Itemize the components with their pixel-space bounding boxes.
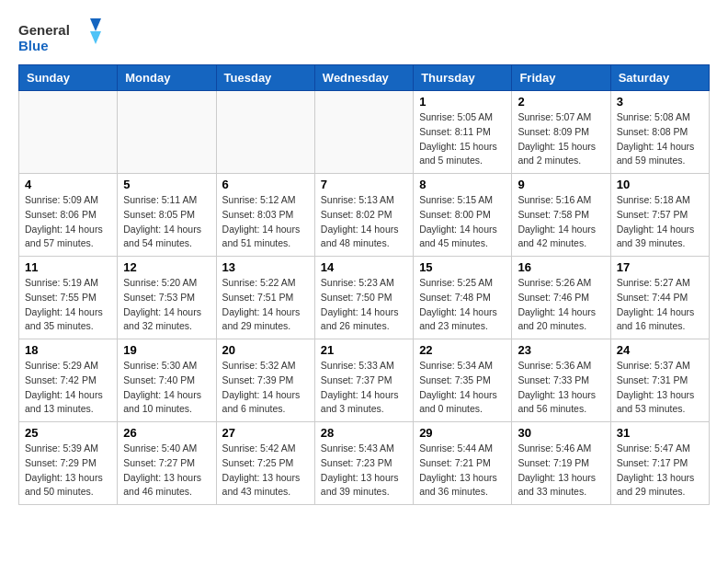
weekday-header: Tuesday: [216, 65, 314, 91]
calendar-week-row: 4Sunrise: 5:09 AMSunset: 8:06 PMDaylight…: [19, 174, 710, 257]
calendar-cell: 26Sunrise: 5:40 AMSunset: 7:27 PMDayligh…: [118, 422, 216, 505]
calendar-cell: [216, 91, 314, 174]
calendar-cell: 8Sunrise: 5:15 AMSunset: 8:00 PMDaylight…: [414, 174, 512, 257]
svg-marker-2: [90, 18, 101, 31]
day-info: Sunrise: 5:05 AMSunset: 8:11 PMDaylight:…: [419, 110, 506, 168]
day-info: Sunrise: 5:33 AMSunset: 7:37 PMDaylight:…: [321, 359, 407, 417]
day-info: Sunrise: 5:12 AMSunset: 8:03 PMDaylight:…: [222, 193, 309, 251]
day-info: Sunrise: 5:44 AMSunset: 7:21 PMDaylight:…: [419, 442, 506, 500]
day-info: Sunrise: 5:34 AMSunset: 7:35 PMDaylight:…: [419, 359, 506, 417]
calendar-cell: 2Sunrise: 5:07 AMSunset: 8:09 PMDaylight…: [512, 91, 610, 174]
day-number: 18: [25, 343, 111, 357]
day-number: 5: [123, 178, 210, 191]
day-number: 6: [222, 178, 309, 191]
day-number: 20: [222, 343, 309, 357]
day-number: 14: [321, 260, 407, 274]
calendar-cell: [19, 91, 118, 174]
day-number: 15: [419, 260, 506, 274]
page-header: General Blue: [18, 18, 710, 55]
day-info: Sunrise: 5:11 AMSunset: 8:05 PMDaylight:…: [123, 193, 210, 251]
calendar-cell: 11Sunrise: 5:19 AMSunset: 7:55 PMDayligh…: [19, 257, 118, 339]
calendar-cell: 23Sunrise: 5:36 AMSunset: 7:33 PMDayligh…: [512, 339, 610, 422]
calendar-cell: 15Sunrise: 5:25 AMSunset: 7:48 PMDayligh…: [414, 257, 512, 339]
svg-marker-3: [90, 31, 101, 44]
logo: General Blue: [18, 18, 101, 55]
calendar-cell: 20Sunrise: 5:32 AMSunset: 7:39 PMDayligh…: [216, 339, 314, 422]
calendar-header-row: SundayMondayTuesdayWednesdayThursdayFrid…: [19, 65, 710, 91]
day-info: Sunrise: 5:39 AMSunset: 7:29 PMDaylight:…: [25, 442, 111, 500]
svg-text:Blue: Blue: [18, 38, 49, 53]
calendar-cell: 10Sunrise: 5:18 AMSunset: 7:57 PMDayligh…: [610, 174, 709, 257]
calendar-week-row: 11Sunrise: 5:19 AMSunset: 7:55 PMDayligh…: [19, 257, 710, 339]
day-info: Sunrise: 5:32 AMSunset: 7:39 PMDaylight:…: [222, 359, 309, 417]
calendar-cell: 22Sunrise: 5:34 AMSunset: 7:35 PMDayligh…: [414, 339, 512, 422]
day-number: 24: [617, 343, 703, 357]
weekday-header: Monday: [118, 65, 216, 91]
day-number: 16: [518, 260, 604, 274]
day-info: Sunrise: 5:30 AMSunset: 7:40 PMDaylight:…: [123, 359, 210, 417]
calendar-cell: 19Sunrise: 5:30 AMSunset: 7:40 PMDayligh…: [118, 339, 216, 422]
calendar-cell: 9Sunrise: 5:16 AMSunset: 7:58 PMDaylight…: [512, 174, 610, 257]
calendar-cell: [314, 91, 413, 174]
calendar-cell: 4Sunrise: 5:09 AMSunset: 8:06 PMDaylight…: [19, 174, 118, 257]
day-number: 19: [123, 343, 210, 357]
calendar-cell: 3Sunrise: 5:08 AMSunset: 8:08 PMDaylight…: [610, 91, 709, 174]
calendar-table: SundayMondayTuesdayWednesdayThursdayFrid…: [18, 64, 710, 505]
day-info: Sunrise: 5:37 AMSunset: 7:31 PMDaylight:…: [617, 359, 703, 417]
calendar-cell: 12Sunrise: 5:20 AMSunset: 7:53 PMDayligh…: [118, 257, 216, 339]
day-number: 31: [617, 426, 703, 440]
weekday-header: Wednesday: [314, 65, 413, 91]
day-number: 3: [617, 95, 703, 109]
calendar-cell: [118, 91, 216, 174]
calendar-cell: 14Sunrise: 5:23 AMSunset: 7:50 PMDayligh…: [314, 257, 413, 339]
calendar-cell: 18Sunrise: 5:29 AMSunset: 7:42 PMDayligh…: [19, 339, 118, 422]
day-info: Sunrise: 5:29 AMSunset: 7:42 PMDaylight:…: [25, 359, 111, 417]
calendar-cell: 13Sunrise: 5:22 AMSunset: 7:51 PMDayligh…: [216, 257, 314, 339]
day-number: 29: [419, 426, 506, 440]
calendar-cell: 21Sunrise: 5:33 AMSunset: 7:37 PMDayligh…: [314, 339, 413, 422]
day-info: Sunrise: 5:15 AMSunset: 8:00 PMDaylight:…: [419, 193, 506, 251]
day-number: 26: [123, 426, 210, 440]
day-number: 13: [222, 260, 309, 274]
day-number: 4: [25, 178, 111, 191]
day-info: Sunrise: 5:43 AMSunset: 7:23 PMDaylight:…: [321, 442, 407, 500]
calendar-cell: 28Sunrise: 5:43 AMSunset: 7:23 PMDayligh…: [314, 422, 413, 505]
calendar-cell: 27Sunrise: 5:42 AMSunset: 7:25 PMDayligh…: [216, 422, 314, 505]
calendar-cell: 29Sunrise: 5:44 AMSunset: 7:21 PMDayligh…: [414, 422, 512, 505]
day-number: 10: [617, 178, 703, 191]
calendar-week-row: 1Sunrise: 5:05 AMSunset: 8:11 PMDaylight…: [19, 91, 710, 174]
day-number: 27: [222, 426, 309, 440]
day-info: Sunrise: 5:13 AMSunset: 8:02 PMDaylight:…: [321, 193, 407, 251]
calendar-cell: 25Sunrise: 5:39 AMSunset: 7:29 PMDayligh…: [19, 422, 118, 505]
day-info: Sunrise: 5:07 AMSunset: 8:09 PMDaylight:…: [518, 110, 604, 168]
day-number: 11: [25, 260, 111, 274]
calendar-week-row: 18Sunrise: 5:29 AMSunset: 7:42 PMDayligh…: [19, 339, 710, 422]
calendar-cell: 16Sunrise: 5:26 AMSunset: 7:46 PMDayligh…: [512, 257, 610, 339]
day-info: Sunrise: 5:42 AMSunset: 7:25 PMDaylight:…: [222, 442, 309, 500]
day-number: 28: [321, 426, 407, 440]
day-number: 17: [617, 260, 703, 274]
weekday-header: Saturday: [610, 65, 709, 91]
calendar-cell: 30Sunrise: 5:46 AMSunset: 7:19 PMDayligh…: [512, 422, 610, 505]
day-number: 23: [518, 343, 604, 357]
weekday-header: Thursday: [414, 65, 512, 91]
weekday-header: Sunday: [19, 65, 118, 91]
day-info: Sunrise: 5:47 AMSunset: 7:17 PMDaylight:…: [617, 442, 703, 500]
day-info: Sunrise: 5:26 AMSunset: 7:46 PMDaylight:…: [518, 276, 604, 334]
day-number: 30: [518, 426, 604, 440]
day-info: Sunrise: 5:25 AMSunset: 7:48 PMDaylight:…: [419, 276, 506, 334]
day-number: 2: [518, 95, 604, 109]
day-info: Sunrise: 5:46 AMSunset: 7:19 PMDaylight:…: [518, 442, 604, 500]
day-info: Sunrise: 5:18 AMSunset: 7:57 PMDaylight:…: [617, 193, 703, 251]
day-info: Sunrise: 5:23 AMSunset: 7:50 PMDaylight:…: [321, 276, 407, 334]
day-info: Sunrise: 5:40 AMSunset: 7:27 PMDaylight:…: [123, 442, 210, 500]
calendar-cell: 24Sunrise: 5:37 AMSunset: 7:31 PMDayligh…: [610, 339, 709, 422]
weekday-header: Friday: [512, 65, 610, 91]
calendar-cell: 7Sunrise: 5:13 AMSunset: 8:02 PMDaylight…: [314, 174, 413, 257]
day-info: Sunrise: 5:22 AMSunset: 7:51 PMDaylight:…: [222, 276, 309, 334]
day-info: Sunrise: 5:09 AMSunset: 8:06 PMDaylight:…: [25, 193, 111, 251]
day-number: 8: [419, 178, 506, 191]
svg-text:General: General: [18, 22, 70, 38]
day-info: Sunrise: 5:36 AMSunset: 7:33 PMDaylight:…: [518, 359, 604, 417]
day-number: 21: [321, 343, 407, 357]
